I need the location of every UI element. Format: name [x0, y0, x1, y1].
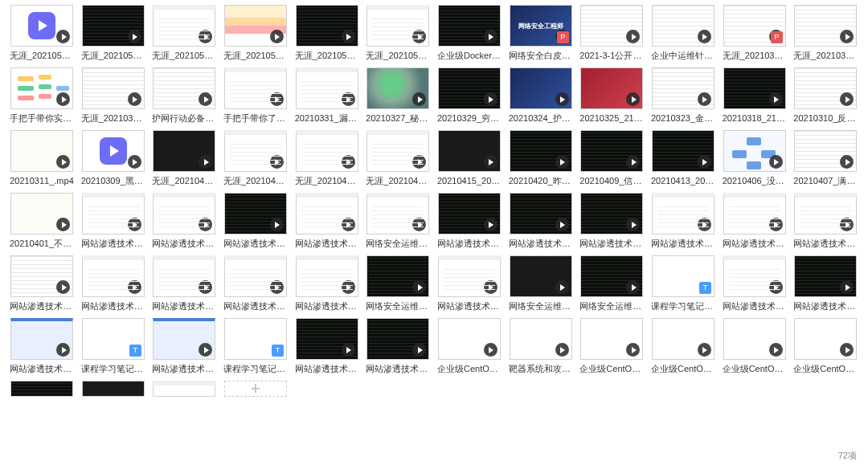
file-item[interactable]: 企业级CentOS系... [649, 318, 717, 374]
file-item[interactable]: 无涯_20210527_... [222, 5, 289, 61]
file-item[interactable]: 靶器系统和攻防... [507, 318, 575, 374]
txt-badge: T [699, 282, 711, 294]
file-item[interactable]: 20210309_黑客... [80, 130, 147, 186]
file-item[interactable]: 网站渗透技术-07... [649, 193, 717, 249]
file-item[interactable]: 护网行动必备技... [150, 67, 218, 124]
file-item[interactable]: 网站渗透技术-01... [293, 318, 361, 374]
file-item[interactable]: 无涯_20210330_... [792, 5, 859, 61]
file-item[interactable]: 网站渗透技术-03... [792, 193, 859, 249]
file-item[interactable]: 企业级CentOS系... [792, 318, 859, 374]
file-item[interactable]: 20210323_金三... [649, 67, 717, 124]
file-item[interactable]: 20210310_反黑... [792, 67, 859, 124]
file-name: 20210329_穷举... [437, 112, 502, 124]
file-item[interactable]: 20210420_昨晚... [507, 130, 575, 186]
file-thumbnail [153, 193, 215, 235]
file-name: 20210309_黑客... [81, 175, 145, 186]
file-name: 20210407_满足... [793, 175, 858, 186]
file-item[interactable]: 网站渗透技术-08... [150, 255, 218, 312]
file-item[interactable]: 20210325_21世... [578, 67, 645, 124]
file-item[interactable]: 网络安全工程师P网络安全白皮书V... [507, 5, 575, 61]
play-icon [840, 218, 854, 231]
file-item[interactable]: T课程学习笔记.txt [649, 255, 717, 312]
file-item[interactable]: 无涯_20210326_... [80, 67, 147, 124]
file-item[interactable]: 2021-3-1公开课... [578, 5, 645, 61]
file-name: 网站渗透技术-05... [152, 238, 216, 249]
file-name: 无涯_20210424_... [152, 175, 216, 186]
file-item[interactable]: 20210324_护网... [507, 67, 575, 124]
file-item[interactable]: 网站渗透技术-10... [80, 255, 147, 312]
file-thumbnail [10, 67, 73, 109]
file-item[interactable]: 网络安全运维班... [578, 255, 645, 312]
file-item[interactable]: 手把手带你了解... [222, 67, 289, 124]
file-name: 课程学习笔记-01... [223, 363, 288, 374]
file-name: 无涯_20210423_... [295, 175, 359, 186]
file-item[interactable]: 网站渗透技术-05... [150, 193, 218, 249]
file-item[interactable]: 网站渗透技术-03... [8, 318, 76, 374]
file-item[interactable]: T课程学习笔记-02... [80, 318, 147, 374]
file-item[interactable]: 网站渗透技术-06... [293, 193, 361, 249]
file-item[interactable]: 无涯_20210529_... [364, 5, 432, 61]
item-count: 72项 [838, 450, 857, 462]
video-icon [28, 12, 55, 39]
file-name: 无涯_20210522_... [152, 50, 216, 61]
file-item[interactable]: P无涯_20210328_... [721, 5, 788, 61]
play-icon [342, 30, 355, 43]
file-item[interactable]: 企业中运维针对... [649, 5, 717, 61]
file-item[interactable]: 20210327_秘钥... [364, 67, 432, 124]
file-item[interactable]: 网站渗透技术-01... [721, 255, 788, 312]
file-item[interactable]: 20210318_21世... [721, 67, 788, 124]
file-item[interactable]: 企业级Docker容... [436, 5, 503, 61]
play-icon [342, 92, 355, 106]
file-item[interactable]: 网站渗透技术-05... [436, 255, 503, 312]
file-item[interactable]: 20210407_满足... [792, 130, 859, 186]
file-item[interactable]: 网站渗透技术-09... [222, 255, 289, 312]
file-item[interactable]: 无涯_20210528_... [293, 5, 361, 61]
file-thumbnail [794, 318, 857, 360]
file-item[interactable]: 手把手带你实现... [8, 67, 76, 124]
file-item[interactable]: 网站渗透技术-04... [436, 193, 503, 249]
file-item[interactable] [80, 381, 147, 397]
txt-badge: T [129, 345, 141, 357]
file-name: 20210323_金三... [651, 112, 715, 124]
file-item[interactable]: 网站渗透技术-02... [578, 193, 645, 249]
file-item[interactable]: 网络安全运维班... [364, 193, 432, 249]
file-item[interactable]: T课程学习笔记-01... [222, 318, 289, 374]
file-item[interactable]: 无涯_20210522_... [150, 5, 218, 61]
add-item[interactable]: + [222, 381, 289, 397]
file-item[interactable]: 网站渗透技术-07... [721, 193, 788, 249]
file-item[interactable]: 网站渗透技术-06... [293, 255, 361, 312]
play-icon [56, 30, 70, 43]
file-item[interactable]: 无涯_20210402_... [364, 130, 432, 186]
file-item[interactable]: 网站渗透技术-02... [150, 318, 218, 374]
file-item[interactable]: 20210413_2005... [649, 130, 717, 186]
file-item[interactable]: 20210406_没注... [721, 130, 788, 186]
play-icon [342, 280, 355, 294]
file-item[interactable]: 无涯_20210520_... [8, 5, 76, 61]
file-item[interactable]: 企业级CentOS系... [436, 318, 503, 374]
file-thumbnail [366, 193, 429, 235]
file-item[interactable] [8, 381, 76, 397]
file-item[interactable]: 20210311_.mp4 [8, 130, 76, 186]
file-item[interactable]: 网站渗透技术-01... [222, 193, 289, 249]
file-item[interactable]: 无涯_20210423_... [293, 130, 361, 186]
file-item[interactable]: 20210331_漏洞... [293, 67, 361, 124]
file-thumbnail [652, 193, 714, 235]
file-item[interactable]: 企业级CentOS系... [721, 318, 788, 374]
file-item[interactable]: 网络安全运维班... [364, 255, 432, 312]
file-item[interactable]: 无涯_20210423_... [222, 130, 289, 186]
file-item[interactable]: 网站渗透技术-03... [8, 255, 76, 312]
play-icon [56, 92, 70, 106]
file-item[interactable]: 20210409_信不... [578, 130, 645, 186]
file-item[interactable]: 网站渗透技术-03... [80, 193, 147, 249]
file-item[interactable]: 网站渗透技术-04... [792, 255, 859, 312]
file-item[interactable]: 无涯_20210521_... [80, 5, 147, 61]
file-item[interactable]: 20210401_不会... [8, 193, 76, 249]
file-item[interactable]: 20210415_2003... [436, 130, 503, 186]
file-item[interactable]: 网站渗透技术-02... [507, 193, 575, 249]
file-item[interactable]: 网站渗透技术-02... [364, 318, 432, 374]
file-item[interactable]: 网络安全运维班... [507, 255, 575, 312]
file-item[interactable] [150, 381, 218, 397]
file-item[interactable]: 无涯_20210424_... [150, 130, 218, 186]
file-item[interactable]: 企业级CentOS系... [578, 318, 645, 374]
file-item[interactable]: 20210329_穷举... [436, 67, 503, 124]
